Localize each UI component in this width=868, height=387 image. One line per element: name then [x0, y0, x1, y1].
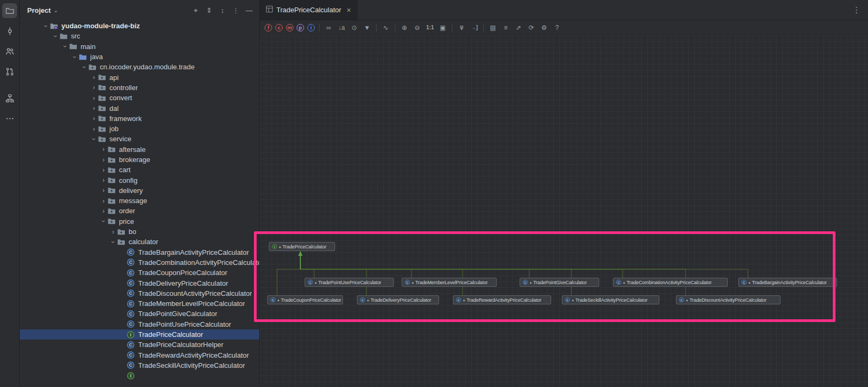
show-properties-icon[interactable]: p: [297, 24, 304, 31]
tree-item-traderewardactivitypricecalculator[interactable]: CTradeRewardActivityPriceCalculator: [20, 350, 259, 360]
chevron-expanded-icon[interactable]: ›: [100, 217, 107, 225]
diagram-node-tradecombinationactivitypricecalculator[interactable]: C▴TradeCombinationActivityPriceCalculato…: [613, 278, 728, 287]
diagram-node-traderewardactivitypricecalculator[interactable]: C▴TradeRewardActivityPriceCalculator: [453, 295, 551, 304]
zoom-out-icon[interactable]: ⊖: [412, 23, 422, 33]
refresh-icon[interactable]: ⟳: [527, 23, 536, 33]
tree-item-calculator[interactable]: ›calculator: [20, 237, 259, 247]
change-visibility-icon[interactable]: ⊙: [349, 23, 359, 33]
chevron-collapsed-icon[interactable]: ›: [100, 197, 107, 205]
fit-content-icon[interactable]: ▣: [438, 23, 448, 33]
activity-structure-button[interactable]: [2, 91, 17, 106]
tree-item-src[interactable]: ›src: [20, 31, 259, 41]
chevron-collapsed-icon[interactable]: ›: [90, 104, 98, 112]
tree-item-tradedeliverypricecalculator[interactable]: CTradeDeliveryPriceCalculator: [20, 278, 259, 288]
activity-project-button[interactable]: [2, 3, 17, 18]
tree-item-dal[interactable]: ›dal: [20, 103, 259, 113]
tree-item-tradepricecalculatorhelper[interactable]: CTradePriceCalculatorHelper: [20, 340, 259, 350]
tree-item-tradediscountactivitypricecalculator[interactable]: CTradeDiscountActivityPriceCalculator: [20, 288, 259, 299]
chevron-collapsed-icon[interactable]: ›: [90, 115, 98, 122]
collapse-all-icon[interactable]: ↕: [218, 6, 227, 15]
export-diagram-icon[interactable]: ⇗: [514, 23, 523, 33]
chevron-expanded-icon[interactable]: ›: [52, 33, 59, 40]
options-kebab-icon[interactable]: ⋮: [231, 6, 241, 15]
chevron-expanded-icon[interactable]: ›: [71, 53, 78, 61]
tree-item-order[interactable]: ›order: [20, 206, 259, 216]
panel-title[interactable]: Project: [27, 6, 51, 14]
diagram-node-tradebargainactivitypricecalculator[interactable]: C▴TradeBargainActivityPriceCalculator: [738, 278, 837, 287]
kebab-menu-icon[interactable]: ⋮: [853, 5, 861, 15]
expand-all-icon[interactable]: ⇕: [204, 6, 214, 15]
chevron-expanded-icon[interactable]: ›: [109, 238, 117, 246]
tree-item-yudao-module-trade-biz[interactable]: ›yudao-module-trade-biz: [20, 21, 259, 31]
tree-item-tradeseckillactivitypricecalculator[interactable]: CTradeSeckillActivityPriceCalculator: [20, 360, 259, 370]
tree-item-cart[interactable]: ›cart: [20, 165, 259, 175]
sort-members-icon[interactable]: ↓a: [337, 23, 346, 33]
tab-tradepricecalculator[interactable]: TradePriceCalculator ×: [260, 0, 357, 20]
copy-diagram-icon[interactable]: ▤: [488, 23, 498, 33]
tree-item-convert[interactable]: ›convert: [20, 93, 259, 103]
activity-pull-requests-button[interactable]: [2, 64, 17, 79]
activity-collaboration-button[interactable]: [2, 44, 17, 59]
diagram-node-tradecouponpricecalculator[interactable]: C▴TradeCouponPriceCalculator: [267, 295, 343, 304]
show-notes-icon[interactable]: ≡: [501, 23, 511, 33]
tree-item-controller[interactable]: ›controller: [20, 83, 259, 93]
hide-panel-icon[interactable]: —: [244, 6, 254, 15]
tree-item-api[interactable]: ›api: [20, 72, 259, 82]
show-inner-classes-icon[interactable]: i: [307, 24, 315, 31]
tree-item-tradepricecalculator[interactable]: ITradePriceCalculator: [20, 329, 259, 340]
chevron-collapsed-icon[interactable]: ›: [100, 187, 107, 194]
filter-icon[interactable]: ▼: [362, 23, 372, 33]
chevron-collapsed-icon[interactable]: ›: [100, 176, 107, 184]
tree-item-config[interactable]: ›config: [20, 175, 259, 185]
tree-item-message[interactable]: ›message: [20, 196, 259, 206]
locate-file-icon[interactable]: ⌖: [191, 6, 201, 15]
show-methods-icon[interactable]: m: [286, 24, 293, 31]
tree-item-tradecouponpricecalculator[interactable]: CTradeCouponPriceCalculator: [20, 268, 259, 278]
chevron-collapsed-icon[interactable]: ›: [90, 74, 98, 81]
show-constructors-icon[interactable]: c: [275, 24, 283, 31]
tree-item-tradebargainactivitypricecalculator[interactable]: CTradeBargainActivityPriceCalculator: [20, 247, 259, 257]
settings-icon[interactable]: ⚙: [539, 23, 549, 33]
chevron-expanded-icon[interactable]: ›: [90, 135, 98, 143]
chevron-expanded-icon[interactable]: ›: [42, 22, 50, 30]
show-fields-icon[interactable]: f: [265, 24, 272, 31]
zoom-in-icon[interactable]: ⊕: [400, 23, 409, 33]
chevron-collapsed-icon[interactable]: ›: [100, 166, 107, 174]
chevron-collapsed-icon[interactable]: ›: [90, 125, 98, 133]
chevron-collapsed-icon[interactable]: ›: [109, 228, 117, 236]
chevron-expanded-icon[interactable]: ›: [81, 63, 88, 71]
tree-item-brokerage[interactable]: ›brokerage: [20, 155, 259, 165]
diagram-node-tradepointusepricecalculator[interactable]: C▴TradePointUsePriceCalculator: [305, 278, 394, 287]
diagram-canvas[interactable]: I▴TradePriceCalculatorC▴TradePointUsePri…: [260, 35, 868, 387]
chevron-down-icon[interactable]: ⌄: [53, 7, 58, 14]
tree-item-main[interactable]: ›main: [20, 42, 259, 52]
tree-item-tradepointgivecalculator[interactable]: CTradePointGiveCalculator: [20, 309, 259, 319]
chevron-collapsed-icon[interactable]: ›: [100, 146, 107, 153]
diagram-node-tradememberlevelpricecalculator[interactable]: C▴TradeMemberLevelPriceCalculator: [402, 278, 497, 287]
chevron-collapsed-icon[interactable]: ›: [100, 156, 107, 164]
chevron-collapsed-icon[interactable]: ›: [90, 84, 98, 91]
tree-item-job[interactable]: ›job: [20, 124, 259, 134]
chevron-collapsed-icon[interactable]: ›: [90, 94, 98, 102]
tree-item-tradememberlevelpricecalculator[interactable]: CTradeMemberLevelPriceCalculator: [20, 299, 259, 309]
tree-item-aftersale[interactable]: ›aftersale: [20, 144, 259, 155]
actual-size-icon[interactable]: 1:1: [425, 23, 435, 33]
diagram-node-tradepricecalculator[interactable]: I▴TradePriceCalculator: [269, 242, 335, 251]
diagram-node-tradepointgivecalculator[interactable]: C▴TradePointGiveCalculator: [520, 278, 599, 287]
activity-more-button[interactable]: [2, 111, 17, 126]
tree-item-bo[interactable]: ›bo: [20, 227, 259, 237]
tree-item-cn.iocoder.yudao.module.trade[interactable]: ›cn.iocoder.yudao.module.trade: [20, 62, 259, 72]
diagram-node-tradeseckillactivitypricecalculator[interactable]: C▴TradeSeckillActivityPriceCalculator: [562, 295, 659, 304]
tree-item-java[interactable]: ›java: [20, 52, 259, 62]
tree-item-tradecombinationactivitypricecalculator[interactable]: CTradeCombinationActivityPriceCalculator: [20, 257, 259, 268]
activity-commit-button[interactable]: [2, 23, 17, 38]
edge-creation-mode-icon[interactable]: ∿: [381, 23, 391, 33]
apply-layout-icon[interactable]: ⋔: [457, 23, 466, 33]
tree-item-delivery[interactable]: ›delivery: [20, 186, 259, 196]
route-edges-icon[interactable]: →]: [469, 23, 479, 33]
chevron-expanded-icon[interactable]: ›: [61, 43, 69, 50]
help-icon[interactable]: ?: [552, 23, 562, 33]
tree-item-tradepointusepricecalculator[interactable]: CTradePointUsePriceCalculator: [20, 319, 259, 329]
chevron-collapsed-icon[interactable]: ›: [100, 207, 107, 215]
tree-item-price[interactable]: ›price: [20, 216, 259, 227]
